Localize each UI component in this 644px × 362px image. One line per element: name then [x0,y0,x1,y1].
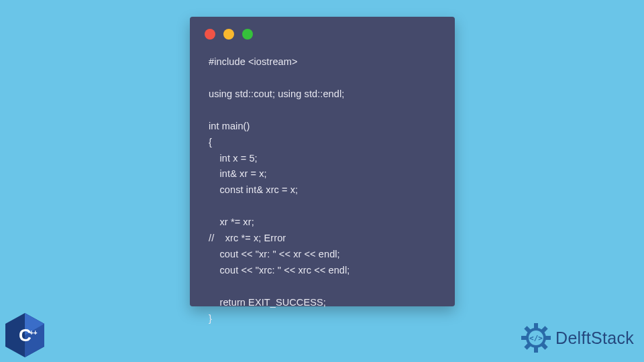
code-line: cout << "xr: " << xr << endl; [209,249,340,259]
code-line: const int& xrc = x; [209,184,298,195]
svg-rect-7 [534,347,538,353]
code-line: int& xr = x; [209,168,267,179]
svg-rect-9 [521,336,527,340]
svg-text:</>: </> [529,334,543,343]
minimize-icon[interactable] [223,29,234,40]
close-icon[interactable] [205,29,215,40]
svg-rect-3 [534,323,538,328]
code-line: int main() [209,121,250,131]
gear-icon: </> [520,322,552,354]
brand-name-part2: Stack [591,328,634,347]
code-line: } [209,313,212,324]
maximize-icon[interactable] [242,29,253,40]
cpp-plus: ++ [30,329,38,337]
code-line: // xrc *= x; Error [209,233,286,243]
code-block: #include <iostream> using std::cout; usi… [209,54,350,327]
code-window: #include <iostream> using std::cout; usi… [190,17,455,306]
window-controls [205,29,253,40]
brand-name-part1: Delft [555,328,591,347]
code-line: xr *= xr; [209,217,254,227]
svg-rect-5 [545,336,551,340]
code-line: int x = 5; [209,153,258,164]
cpp-language-badge-icon: C ++ [4,312,46,359]
code-line: using std::cout; using std::endl; [209,88,344,99]
delftstack-brand: </> DelftStack [520,322,634,354]
code-line: #include <iostream> [209,56,297,67]
code-line: return EXIT_SUCCESS; [209,297,326,308]
brand-name: DelftStack [555,328,634,348]
code-line: { [209,137,212,147]
code-line: cout << "xrc: " << xrc << endl; [209,265,350,276]
